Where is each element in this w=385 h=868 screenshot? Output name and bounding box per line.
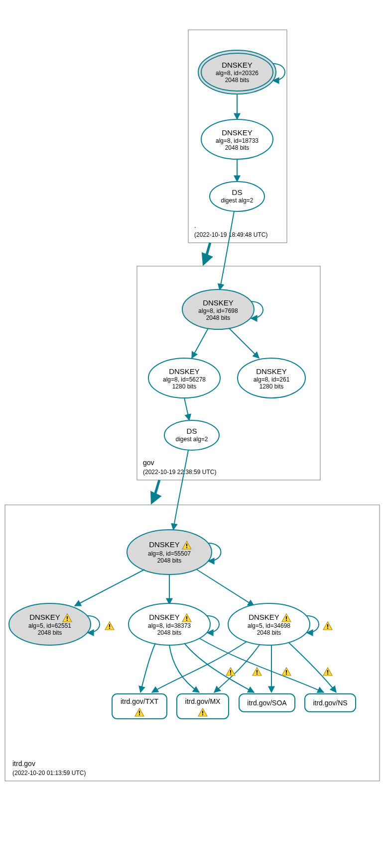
node-gov-zsk1: DNSKEY alg=8, id=56278 1280 bits [148, 358, 220, 398]
svg-point-5 [210, 182, 264, 211]
zone-itrd-name: itrd.gov [12, 760, 35, 768]
edge-gov-ksk-zsk1 [192, 328, 208, 358]
node-itrd-k2: DNSKEY alg=8, id=38373 2048 bits [128, 603, 210, 645]
dnssec-diagram: . (2022-10-19 18:49:48 UTC) DNSKEY alg=8… [0, 0, 385, 868]
node-itrd-k3-title: DNSKEY [249, 613, 279, 621]
node-itrd-ksk: DNSKEY alg=8, id=55507 2048 bits [127, 530, 212, 575]
warning-icon [282, 668, 291, 675]
node-root-zsk: DNSKEY alg=8, id=18733 2048 bits [201, 119, 273, 159]
edge-root-ds-gov-ksk [220, 211, 234, 290]
node-gov-ds: DS digest alg=2 [164, 420, 219, 450]
leaf-soa: itrd.gov/SOA [239, 694, 295, 712]
node-itrd-k1-line2: 2048 bits [38, 629, 62, 636]
node-root-ksk: DNSKEY alg=8, id=20326 2048 bits [198, 50, 276, 94]
leaf-txt: itrd.gov/TXT [112, 694, 167, 719]
leaf-ns-label: itrd.gov/NS [313, 699, 347, 707]
node-itrd-k1: DNSKEY alg=5, id=62551 2048 bits [9, 603, 91, 645]
edge-k2-mx [169, 645, 199, 692]
warning-icon [323, 668, 332, 675]
leaf-soa-label: itrd.gov/SOA [247, 699, 287, 707]
warning-icon [323, 622, 332, 630]
leaf-mx-label: itrd.gov/MX [185, 697, 221, 705]
zone-gov-name: gov [143, 459, 154, 467]
edge-k3-mx [214, 644, 260, 692]
zone-gov-timestamp: (2022-10-19 22:38:59 UTC) [143, 469, 216, 476]
edge-root-to-gov-deleg [204, 243, 210, 264]
node-itrd-k3-line1: alg=5, id=34698 [248, 622, 290, 629]
node-root-ksk-title: DNSKEY [222, 61, 253, 69]
edge-itrd-ksk-k3 [197, 570, 254, 606]
warning-icon [253, 668, 261, 675]
node-root-ds-line1: digest alg=2 [221, 197, 253, 204]
zone-itrd-timestamp: (2022-10-20 01:13:59 UTC) [12, 770, 86, 776]
node-gov-zsk1-title: DNSKEY [169, 367, 200, 376]
node-itrd-k3: DNSKEY alg=5, id=34698 2048 bits [228, 603, 310, 645]
node-root-ksk-line1: alg=8, id=20326 [216, 70, 258, 77]
node-gov-ds-title: DS [187, 427, 197, 435]
node-root-ksk-line2: 2048 bits [225, 77, 250, 84]
node-itrd-k3-line2: 2048 bits [257, 629, 281, 636]
edge-k2-txt [140, 643, 155, 692]
node-itrd-ksk-line1: alg=8, id=55507 [148, 550, 191, 557]
edge-k2-ns [199, 638, 324, 692]
leaf-txt-label: itrd.gov/TXT [121, 697, 159, 705]
edge-k3-txt [152, 642, 247, 692]
node-root-zsk-line1: alg=8, id=18733 [216, 137, 258, 144]
warning-icon [226, 668, 235, 675]
node-root-zsk-line2: 2048 bits [225, 144, 250, 151]
node-gov-zsk2-line2: 1280 bits [259, 383, 284, 390]
node-itrd-k1-title: DNSKEY [29, 613, 60, 621]
node-root-zsk-title: DNSKEY [222, 128, 253, 137]
warning-icon [105, 622, 114, 630]
zone-root-name: . [194, 221, 196, 229]
node-itrd-k2-line1: alg=8, id=38373 [148, 622, 191, 629]
node-gov-ds-line1: digest alg=2 [175, 436, 208, 443]
svg-point-9 [164, 420, 219, 450]
edge-itrd-ksk-k1 [75, 570, 144, 606]
zone-root-timestamp: (2022-10-19 18:49:48 UTC) [194, 231, 267, 238]
node-itrd-ksk-title: DNSKEY [149, 540, 180, 549]
edge-gov-zsk1-ds [184, 398, 189, 420]
leaf-ns: itrd.gov/NS [305, 694, 356, 712]
node-gov-zsk1-line2: 1280 bits [172, 383, 197, 390]
edge-k2-soa [184, 643, 254, 692]
node-gov-ksk: DNSKEY alg=8, id=7698 2048 bits [182, 289, 254, 329]
node-gov-ksk-title: DNSKEY [203, 298, 234, 307]
node-gov-ksk-line2: 2048 bits [206, 314, 231, 321]
node-itrd-k1-line1: alg=5, id=62551 [28, 622, 71, 629]
edge-gov-ksk-zsk2 [229, 328, 259, 358]
node-gov-zsk2-title: DNSKEY [256, 367, 287, 376]
node-root-ds: DS digest alg=2 [210, 182, 264, 211]
node-gov-zsk2: DNSKEY alg=8, id=261 1280 bits [238, 358, 305, 398]
node-itrd-ksk-line2: 2048 bits [157, 557, 182, 564]
edge-k3-ns [289, 643, 336, 692]
node-itrd-k2-title: DNSKEY [149, 613, 180, 621]
node-gov-zsk1-line1: alg=8, id=56278 [163, 376, 206, 383]
node-root-ds-title: DS [232, 188, 243, 196]
node-gov-zsk2-line1: alg=8, id=261 [254, 376, 290, 383]
node-gov-ksk-line1: alg=8, id=7698 [198, 307, 238, 314]
leaf-mx: itrd.gov/MX [177, 694, 229, 719]
edge-gov-to-itrd-deleg [152, 480, 159, 502]
node-itrd-k2-line2: 2048 bits [157, 629, 182, 636]
edge-gov-ds-itrd-ksk [173, 450, 188, 530]
